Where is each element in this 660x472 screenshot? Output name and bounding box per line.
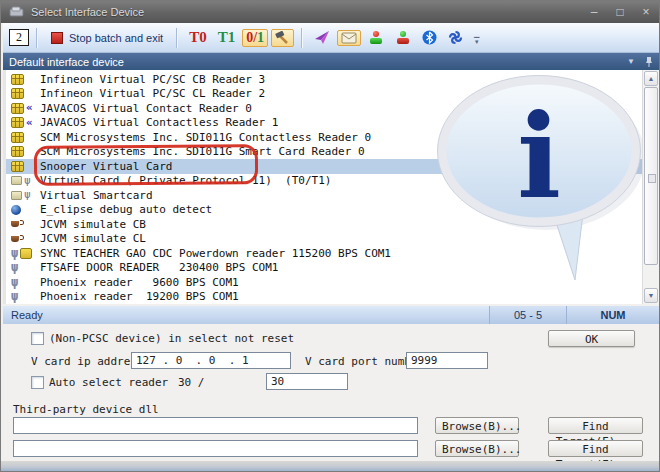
list-item[interactable]: Infineon Virtual PC/SC CB Reader 3: [6, 72, 643, 87]
timeout-input[interactable]: [266, 373, 348, 390]
timeout-prefix: 30 /: [178, 376, 205, 389]
dll-input-2[interactable]: [13, 440, 418, 457]
ok-button[interactable]: OK: [548, 330, 635, 347]
options-panel: (Non-PCSC device) in select not reset OK…: [3, 324, 659, 463]
send-plane-icon: [314, 31, 330, 44]
protocol-toggle-button[interactable]: 0/1: [242, 29, 268, 47]
vertical-scrollbar[interactable]: ▲ ▼: [642, 70, 659, 304]
non-pcsc-label: (Non-PCSC device) in select not reset: [49, 332, 294, 345]
list-item[interactable]: JAVACOS Virtual Contactless Reader 1: [6, 116, 643, 131]
chip-icon: [6, 146, 40, 158]
window-bottom-frame: [1, 461, 660, 471]
non-pcsc-checkbox[interactable]: [31, 332, 44, 345]
chip-usb-icon: [6, 175, 40, 187]
stop-batch-button[interactable]: Stop batch and exit: [45, 30, 169, 46]
status-numlock: NUM: [566, 306, 659, 324]
hammer-icon: [275, 31, 290, 45]
titlebar[interactable]: Select Interface Device – □ ×: [1, 1, 660, 23]
list-item[interactable]: SCM Microsystems Inc. SDI011G Smart Card…: [6, 145, 643, 160]
list-item[interactable]: JAVACOS Virtual Contact Reader 0: [6, 101, 643, 116]
toolbar-separator: [36, 28, 38, 48]
toolbar-separator: [301, 28, 303, 48]
device-list: Infineon Virtual PC/SC CB Reader 3 Infin…: [6, 72, 643, 304]
list-item[interactable]: Virtual Card ( Private Protocol 11) (T0/…: [6, 174, 643, 189]
auto-select-label: Auto select reader: [49, 376, 168, 389]
toolbar: 2 Stop batch and exit T0 T1 0/1: [3, 23, 659, 53]
find-target-button-2[interactable]: Find Target(F)...: [548, 440, 643, 457]
mail-icon: [341, 32, 357, 44]
stop-batch-label: Stop batch and exit: [69, 32, 163, 44]
close-button[interactable]: ×: [639, 1, 653, 23]
dll-input-1[interactable]: [13, 417, 418, 434]
toolbar-separator: [176, 28, 178, 48]
minimize-button[interactable]: –: [587, 1, 601, 23]
list-item[interactable]: Virtual Smartcard: [6, 188, 643, 203]
chip-cl-icon: [6, 102, 40, 114]
browse-button-1[interactable]: Browse(B)...: [435, 417, 519, 434]
pin-icon[interactable]: [645, 56, 653, 67]
status-position: 05 - 5: [489, 306, 566, 324]
t1-protocol-button[interactable]: T1: [214, 28, 240, 47]
plugin-knot-icon: [448, 30, 463, 45]
hammer-tool-button[interactable]: [271, 29, 294, 47]
header-dropdown-icon[interactable]: ▼: [627, 57, 635, 66]
dll-label: Third-party device dll: [13, 403, 159, 416]
serial-chip-icon: [6, 247, 40, 259]
cup-icon: [6, 233, 40, 245]
list-item[interactable]: Snooper Virtual Card: [6, 159, 643, 174]
plugin-button[interactable]: [444, 28, 467, 47]
app-icon: [9, 6, 25, 18]
send-button[interactable]: [310, 29, 334, 46]
list-item[interactable]: JCVM simulate CB: [6, 217, 643, 232]
find-target-button-1[interactable]: Find Target(F)...: [548, 417, 643, 434]
list-item[interactable]: SYNC TEACHER GAO CDC Powerdown reader 11…: [6, 246, 643, 261]
mail-button[interactable]: [337, 30, 361, 46]
scroll-up-icon[interactable]: ▲: [644, 71, 658, 86]
select-interface-device-dialog: Select Interface Device – □ × 2 Stop bat…: [0, 0, 660, 472]
list-item[interactable]: E_clipse debug auto detect: [6, 203, 643, 218]
list-item[interactable]: SCM Microsystems Inc. SDI011G Contactles…: [6, 130, 643, 145]
list-header-title: Default interface device: [9, 56, 124, 68]
list-item[interactable]: FTSAFE DOOR READER 230400 BPS COM1: [6, 261, 643, 276]
chip-icon: [6, 88, 40, 100]
connect-button[interactable]: [364, 29, 388, 46]
serial-icon: [6, 276, 40, 288]
scrollbar-thumb[interactable]: [644, 87, 658, 265]
cup-icon: [6, 218, 40, 230]
bluetooth-button[interactable]: [418, 28, 441, 47]
maximize-button[interactable]: □: [613, 1, 627, 23]
ip-label: V card ip address: [31, 355, 144, 368]
scroll-down-icon[interactable]: ▼: [644, 288, 658, 303]
t0-protocol-button[interactable]: T0: [185, 28, 211, 47]
sphere-icon: [6, 204, 40, 216]
toolbar-overflow-icon[interactable]: ▁▾: [474, 30, 479, 46]
list-item[interactable]: Phoenix reader 9600 BPS COM1: [6, 275, 643, 290]
port-input[interactable]: [406, 352, 488, 369]
bluetooth-icon: [422, 30, 437, 45]
disconnect-icon: [395, 31, 411, 44]
chip-icon: [6, 160, 40, 172]
ip-input[interactable]: [131, 352, 291, 369]
batch-counter: 2: [9, 29, 29, 46]
chip-icon: [6, 73, 40, 85]
chip-icon: [6, 131, 40, 143]
statusbar: Ready 05 - 5 NUM: [3, 306, 659, 324]
browse-button-2[interactable]: Browse(B)...: [435, 440, 519, 457]
list-item[interactable]: Infineon Virtual PC/SC CL Reader 2: [6, 87, 643, 102]
serial-icon: [6, 291, 40, 303]
connect-icon: [368, 31, 384, 44]
stop-icon: [51, 32, 63, 44]
chip-cl-icon: [6, 117, 40, 129]
list-item[interactable]: Phoenix reader 19200 BPS COM1: [6, 290, 643, 305]
list-header: Default interface device ▼: [3, 53, 659, 70]
status-ready: Ready: [3, 309, 489, 321]
device-list-area: Infineon Virtual PC/SC CB Reader 3 Infin…: [3, 70, 659, 304]
window-title: Select Interface Device: [31, 6, 144, 18]
auto-select-checkbox[interactable]: [31, 376, 44, 389]
chip-usb-icon: [6, 189, 40, 201]
serial-icon: [6, 262, 40, 274]
disconnect-button[interactable]: [391, 29, 415, 46]
list-item[interactable]: JCVM simulate CL: [6, 232, 643, 247]
